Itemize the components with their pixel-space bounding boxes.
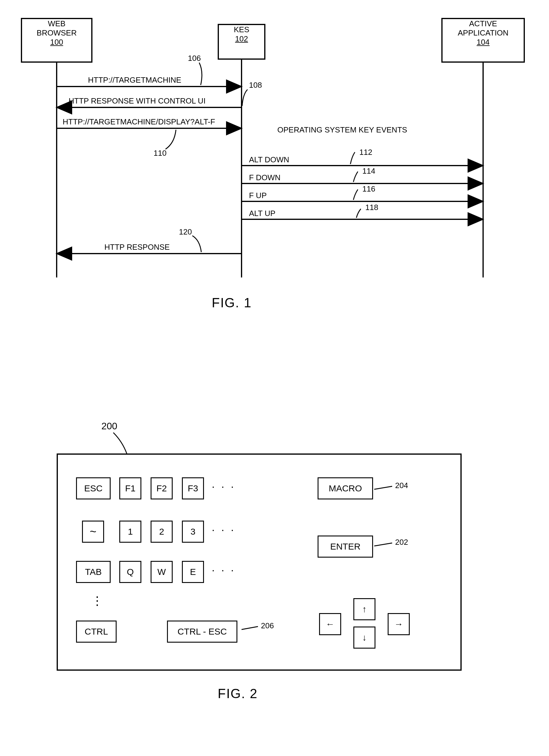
key-f3[interactable]: F3 (182, 477, 204, 499)
key-3-label: 3 (191, 527, 196, 537)
key-f2-label: F2 (156, 483, 167, 493)
key-f3-label: F3 (188, 483, 198, 493)
key-tilde[interactable]: ~ (82, 521, 104, 543)
key-q-label: Q (127, 567, 134, 577)
fig2-caption: FIG. 2 (218, 686, 258, 701)
vdots: ⋮ (91, 594, 105, 607)
arrow-left-icon: ← (326, 619, 334, 629)
key-ctrl[interactable]: CTRL (76, 621, 117, 643)
dots-r3: · · · (212, 564, 236, 576)
key-2-label: 2 (159, 527, 164, 537)
key-macro-label: MACRO (328, 483, 362, 493)
key-right[interactable]: → (388, 613, 410, 635)
key-1[interactable]: 1 (119, 521, 141, 543)
key-e-label: E (190, 567, 196, 577)
key-f1-label: F1 (125, 483, 135, 493)
key-ctrl-esc-label: CTRL - ESC (178, 627, 227, 637)
key-macro[interactable]: MACRO (317, 477, 373, 499)
arrow-right-icon: → (394, 619, 403, 629)
key-enter-label: ENTER (330, 541, 360, 552)
key-ctrl-esc[interactable]: CTRL - ESC (167, 621, 238, 643)
ref-206: 206 (261, 621, 274, 630)
key-enter[interactable]: ENTER (317, 536, 373, 558)
dots-r2: · · · (212, 524, 236, 536)
arrow-down-icon: ↓ (362, 632, 367, 643)
key-esc-label: ESC (84, 483, 103, 493)
key-tab[interactable]: TAB (76, 561, 111, 583)
key-tilde-label: ~ (90, 525, 96, 538)
key-f1[interactable]: F1 (119, 477, 141, 499)
ref-202: 202 (395, 538, 408, 547)
key-3[interactable]: 3 (182, 521, 204, 543)
key-up[interactable]: ↑ (353, 598, 375, 620)
key-f2[interactable]: F2 (151, 477, 173, 499)
key-esc[interactable]: ESC (76, 477, 111, 499)
page: WEB BROWSER 100 KES 102 ACTIVE APPLICATI… (0, 0, 549, 756)
key-1-label: 1 (128, 527, 133, 537)
key-tab-label: TAB (85, 567, 102, 577)
key-2[interactable]: 2 (151, 521, 173, 543)
key-down[interactable]: ↓ (353, 627, 375, 649)
key-q[interactable]: Q (119, 561, 141, 583)
key-e[interactable]: E (182, 561, 204, 583)
key-w-label: W (158, 567, 166, 577)
ref-204: 204 (395, 481, 408, 490)
dots-r1: · · · (212, 480, 236, 493)
key-ctrl-label: CTRL (85, 627, 108, 637)
arrow-up-icon: ↑ (362, 604, 367, 614)
key-left[interactable]: ← (319, 613, 341, 635)
key-w[interactable]: W (151, 561, 173, 583)
